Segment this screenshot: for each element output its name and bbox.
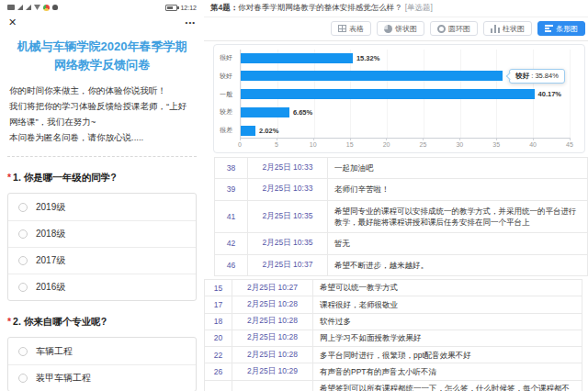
- option-label: 2017级: [36, 254, 65, 267]
- radio-icon[interactable]: [18, 347, 28, 356]
- x-tick-label: 40: [529, 141, 537, 148]
- category-label: 很差: [220, 125, 240, 136]
- option-label: 2019级: [36, 201, 65, 214]
- radio-icon[interactable]: [18, 283, 28, 292]
- button-label: 饼状图: [395, 24, 417, 34]
- column-chart-view-button[interactable]: 柱状图: [483, 21, 532, 36]
- question-1-title: *1. 你是哪一年级的同学?: [7, 172, 197, 184]
- screenshot-root: 12:12 ✕ ••• 机械与车辆学院2020年春季学期网络教学反馈问卷 你的时…: [0, 0, 588, 391]
- battery-icon: [165, 5, 177, 11]
- feedback-id: 15: [205, 279, 232, 296]
- bar-segment[interactable]: [241, 71, 503, 81]
- feedback-text: 一起加油吧: [328, 158, 588, 179]
- bar-value-label: 6.65%: [293, 108, 312, 117]
- feedback-text: 有声音的PPT有的声音太小听不清: [313, 363, 582, 380]
- bar-segment[interactable]: [241, 53, 353, 63]
- status-icons-right: 12:12: [165, 5, 197, 11]
- bar-segment[interactable]: [241, 89, 535, 99]
- radio-icon[interactable]: [18, 374, 28, 383]
- feedback-date: 2月25日 10:29: [232, 380, 313, 391]
- radio-icon[interactable]: [18, 256, 28, 265]
- donut-chart-icon: [437, 25, 446, 33]
- bar-segment[interactable]: [241, 126, 255, 136]
- feedback-id: 20: [205, 330, 232, 346]
- feedback-text: 暂无: [328, 233, 588, 254]
- category-label: 较好: [220, 71, 240, 82]
- button-label: 柱状图: [503, 24, 525, 34]
- feedback-id: 38: [215, 158, 248, 179]
- column-chart-icon: [491, 25, 500, 33]
- bell-icon: [52, 5, 58, 10]
- bar-segment[interactable]: [241, 107, 289, 117]
- radio-option[interactable]: 车辆工程: [8, 338, 196, 364]
- table-icon: [338, 25, 346, 32]
- pie-chart-icon: [384, 25, 392, 33]
- feedback-date: 2月25日 10:28: [232, 330, 313, 346]
- table-view-button[interactable]: 表格: [331, 21, 371, 36]
- bar-chart-icon: [545, 25, 553, 32]
- question-1-options: 2019级2018级2017级2016级: [7, 193, 197, 301]
- feedback-row: 182月25日 10:28软件过多: [205, 313, 582, 330]
- radio-option[interactable]: 装甲车辆工程: [8, 364, 196, 391]
- intro-line-3: 本问卷为匿名问卷，请你放心说.....: [9, 129, 195, 145]
- button-label: 表格: [349, 24, 364, 34]
- question-title: 你对春季学期网络教学的整体安排感觉怎么样？: [238, 3, 402, 12]
- feedback-text: 软件过多: [313, 313, 582, 330]
- button-label: 条形图: [556, 24, 578, 34]
- bar-row: 6.65%: [241, 106, 570, 117]
- button-label: 圆环图: [448, 24, 470, 34]
- phone-nav-row: ✕ •••: [0, 11, 204, 30]
- feedback-id: 39: [215, 179, 248, 200]
- radio-option[interactable]: 2018级: [8, 220, 196, 247]
- radio-icon[interactable]: [18, 229, 28, 239]
- feedback-row: 422月25日 10:35暂无: [215, 233, 588, 254]
- bar-row: 15.32%: [241, 52, 570, 63]
- question-header: 第4题：你对春季学期网络教学的整体安排感觉怎么样？[单选题]: [204, 0, 588, 17]
- radio-option[interactable]: 2016级: [8, 274, 196, 300]
- more-menu-icon[interactable]: •••: [186, 18, 196, 27]
- signal-icon: [17, 5, 23, 10]
- bar-row: 40.17%: [241, 89, 570, 100]
- x-tick-label: 25: [420, 141, 427, 148]
- bar-chart-view-button[interactable]: 条形图: [537, 21, 585, 36]
- feedback-text: 希望不断进步，越来越好。: [328, 254, 588, 275]
- feedback-row: 382月25日 10:33一起加油吧: [215, 158, 588, 179]
- chart-body: 很好较好一般较差很差 15.32%较好 : 35.84%40.17%6.65%2…: [218, 50, 570, 138]
- close-icon[interactable]: ✕: [8, 17, 17, 28]
- x-tick-label: 15: [346, 141, 354, 148]
- phone-survey-pane: 12:12 ✕ ••• 机械与车辆学院2020年春季学期网络教学反馈问卷 你的时…: [0, 0, 204, 391]
- feedback-date: 2月25日 10:35: [248, 233, 328, 254]
- radio-option[interactable]: 2017级: [8, 247, 196, 274]
- radio-option[interactable]: 2019级: [8, 194, 196, 220]
- x-axis: 051015202530354045: [240, 138, 570, 151]
- feedback-id: 41: [215, 200, 248, 233]
- x-tick-label: 45: [566, 141, 573, 148]
- bar-row: 2.02%: [241, 125, 570, 136]
- feedback-id: 46: [215, 254, 248, 275]
- feedback-row: 202月25日 10:28网上学习不如面授教学效果好: [205, 330, 582, 346]
- plot-area: 15.32%较好 : 35.84%40.17%6.65%2.02%: [240, 50, 570, 138]
- x-tick-label: 10: [310, 141, 317, 148]
- category-label: 较差: [220, 106, 240, 117]
- donut-chart-view-button[interactable]: 圆环图: [430, 21, 478, 36]
- feedback-id: 42: [215, 233, 248, 254]
- clock-text: 12:12: [180, 5, 197, 11]
- gridline: [570, 50, 571, 138]
- feedback-id: 17: [205, 296, 232, 313]
- survey-results-pane: 第4题：你对春季学期网络教学的整体安排感觉怎么样？[单选题] 表格饼状图圆环图柱…: [204, 0, 588, 391]
- feedback-row: 412月25日 10:35希望同专业的课程可以安排成统一的教学方式，并采用统一的…: [215, 200, 588, 233]
- feedback-date: 2月25日 10:27: [232, 279, 313, 296]
- pie-chart-view-button[interactable]: 饼状图: [377, 21, 424, 36]
- radio-icon[interactable]: [18, 203, 28, 212]
- survey-intro: 你的时间你来做主，你的体验你说我听！ 我们将把你的学习体验反馈给授课老师，“上好…: [9, 83, 195, 145]
- question-type-badge: [单选题]: [405, 3, 433, 12]
- option-label: 2016级: [36, 281, 65, 294]
- feedback-text: 网上学习不如面授教学效果好: [313, 330, 582, 346]
- feedback-row: 262月25日 10:29有声音的PPT有的声音太小听不清: [205, 363, 582, 380]
- feedback-text: 希望签到可以所有课程都统一一下，怎么签，什么时候签，每个课程都不一样，导致签到找…: [313, 380, 582, 391]
- feedback-date: 2月25日 10:37: [248, 254, 328, 275]
- feedback-id: 22: [205, 347, 232, 363]
- chart-type-toolbar: 表格饼状图圆环图柱状图条形图: [204, 17, 588, 41]
- feedback-date: 2月25日 10:28: [232, 296, 313, 313]
- feedback-date: 2月25日 10:29: [232, 363, 313, 380]
